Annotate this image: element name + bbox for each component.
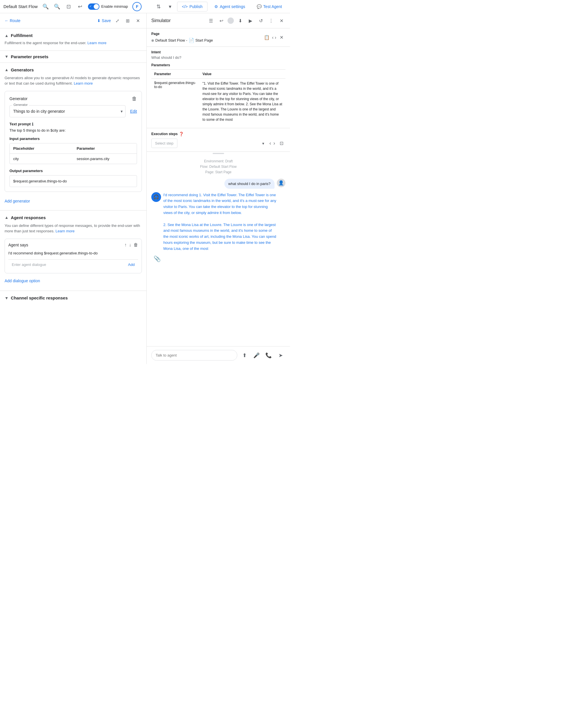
text-prompt-info-icon[interactable]: ℹ: [32, 122, 33, 127]
add-dialogue-label[interactable]: Add: [128, 262, 135, 267]
execution-steps-label: Execution steps ❓: [151, 132, 285, 136]
move-up-button[interactable]: ↑: [125, 242, 127, 248]
sim-more-icon[interactable]: ⋮: [267, 17, 275, 25]
params-table-header: Placeholder Parameter: [10, 144, 137, 154]
send-icon[interactable]: ⬆: [240, 350, 249, 360]
sim-close-icon[interactable]: ✕: [277, 17, 285, 25]
expand-icon[interactable]: ⤢: [113, 17, 121, 25]
page-prev-button[interactable]: ‹: [272, 35, 273, 40]
zoom-in-icon[interactable]: 🔍: [41, 2, 50, 11]
env-line1: Environment: Draft: [151, 159, 285, 164]
generators-header[interactable]: ▲ Generators: [5, 68, 142, 72]
sim-menu-icon[interactable]: ☰: [207, 17, 215, 25]
attachment-row: 📎: [151, 255, 285, 262]
param-value-cell: "1. Visit the Eiffel Tower. The Eiffel T…: [200, 79, 285, 125]
page-label: Page: [151, 32, 213, 36]
sim-download-icon[interactable]: ⬇: [236, 17, 244, 25]
parameter-presets-section: ▼ Parameter presets: [0, 51, 146, 63]
page-next-button[interactable]: ›: [275, 35, 276, 40]
agent-responses-learn-more[interactable]: Learn more: [56, 229, 75, 233]
left-panel-header: ← Route ⬇ Save ⤢ ⊞ ✕: [0, 13, 146, 28]
flow-icon: ⎈: [151, 38, 154, 43]
page-value: ⎈ Default Start Flow - 📄 Start Page: [151, 37, 213, 43]
move-down-button[interactable]: ↓: [129, 242, 131, 248]
mic-icon[interactable]: 🎤: [252, 350, 261, 360]
edit-generator-link[interactable]: Edit: [130, 109, 137, 113]
dropdown-arrow-icon[interactable]: ▾: [166, 2, 175, 11]
output-params-label: Output parameters: [9, 168, 137, 173]
agent-responses-section: ▲ Agent responses You can define differe…: [0, 211, 146, 291]
env-line2: Flow: Default Start Flow: [151, 164, 285, 170]
flow-name: Default Start Flow: [155, 38, 185, 43]
agent-responses-header[interactable]: ▲ Agent responses: [5, 215, 142, 220]
generators-section: ▲ Generators Generators allow you to use…: [0, 63, 146, 211]
attachment-icon[interactable]: 📎: [154, 255, 161, 262]
send-arrow-icon[interactable]: ➤: [276, 350, 285, 360]
placeholder-cell: city: [10, 154, 73, 164]
sort-icon[interactable]: ⇅: [154, 2, 163, 11]
zoom-out-icon[interactable]: 🔍: [52, 2, 62, 11]
phone-icon[interactable]: 📞: [264, 350, 273, 360]
generator-select[interactable]: Things to do in city generator: [9, 105, 126, 117]
user-message-text: what should I do in paris?: [224, 179, 275, 189]
minimap-toggle[interactable]: ✓ Enable minimap: [88, 3, 128, 10]
header-actions: ⬇ Save ⤢ ⊞ ✕: [97, 17, 142, 25]
avatar[interactable]: F: [132, 2, 142, 11]
fulfillment-learn-more[interactable]: Learn more: [87, 41, 106, 45]
env-line3: Page: Start Page: [151, 170, 285, 175]
intent-value: What should I do?: [151, 55, 285, 60]
param-presets-header[interactable]: ▼ Parameter presets: [5, 54, 142, 59]
settings-icon: ⚙: [214, 4, 218, 9]
page-list-icon[interactable]: 📋: [263, 33, 271, 42]
code-icon: </>: [182, 4, 188, 9]
save-icon: ⬇: [97, 18, 101, 23]
test-agent-button[interactable]: 💬 Test Agent: [252, 2, 286, 11]
save-button[interactable]: ⬇ Save: [97, 18, 111, 23]
chat-input[interactable]: [151, 350, 237, 361]
sim-play-icon[interactable]: ▶: [246, 17, 254, 25]
generators-desc: Generators allow you to use generative A…: [5, 75, 142, 86]
sim-refresh-icon[interactable]: ↺: [257, 17, 265, 25]
text-prompt-value: The top 5 things to do in $city are:: [9, 128, 137, 132]
undo-icon[interactable]: ↩: [75, 2, 85, 11]
fit-screen-icon[interactable]: ⊡: [64, 2, 73, 11]
step-focus-icon[interactable]: ⊡: [277, 139, 285, 148]
chat-input-area: ⬆ 🎤 📞 ➤: [147, 346, 290, 364]
add-dialogue-button[interactable]: Add dialogue option: [5, 276, 40, 286]
publish-button[interactable]: </> Publish: [177, 2, 208, 11]
agent-responses-desc: You can define different types of respon…: [5, 223, 142, 234]
resize-icon[interactable]: ⊞: [123, 17, 132, 25]
fulfillment-section: ▲ Fulfillment Fulfillment is the agent r…: [0, 28, 146, 51]
publish-label: Publish: [189, 4, 202, 9]
step-select[interactable]: Select step: [151, 138, 177, 148]
page-name: Start Page: [195, 38, 213, 43]
bot-message-text: I'd recommend doing 1. Visit the Eiffel …: [163, 192, 277, 252]
step-next-button[interactable]: ›: [273, 140, 275, 146]
dialogue-placeholder[interactable]: Enter agent dialogue: [12, 262, 128, 267]
exec-info-icon[interactable]: ❓: [179, 132, 184, 136]
intent-label: Intent: [151, 50, 285, 54]
fulfillment-header[interactable]: ▲ Fulfillment: [5, 33, 142, 38]
generators-learn-more[interactable]: Learn more: [74, 81, 92, 85]
chat-divider: [213, 153, 224, 154]
delete-agent-says-button[interactable]: 🗑: [134, 242, 138, 248]
agent-dialogue-input: Enter agent dialogue Add: [8, 259, 138, 270]
param-presets-title: Parameter presets: [11, 54, 49, 59]
parameter-cell: session.params.city: [73, 154, 137, 164]
channel-header[interactable]: ▼ Channel specific responses: [5, 295, 142, 300]
back-button[interactable]: ← Route: [5, 18, 20, 23]
user-message: what should I do in paris? 👤: [151, 179, 285, 189]
generator-card-title: Generator: [9, 96, 28, 101]
sim-title: Simulator: [151, 18, 171, 23]
delete-generator-button[interactable]: 🗑: [132, 96, 137, 102]
channel-chevron-icon: ▼: [5, 296, 8, 300]
placeholder-col: Placeholder: [10, 144, 73, 153]
agent-says-title: Agent says: [8, 243, 28, 247]
step-prev-button[interactable]: ‹: [269, 140, 271, 146]
sim-undo-icon[interactable]: ↩: [217, 17, 225, 25]
page-close-icon[interactable]: ✕: [277, 33, 285, 42]
close-icon[interactable]: ✕: [134, 17, 142, 25]
agent-settings-button[interactable]: ⚙ Agent settings: [210, 2, 250, 11]
test-agent-label: Test Agent: [264, 4, 282, 9]
add-generator-button[interactable]: Add generator: [5, 197, 30, 206]
